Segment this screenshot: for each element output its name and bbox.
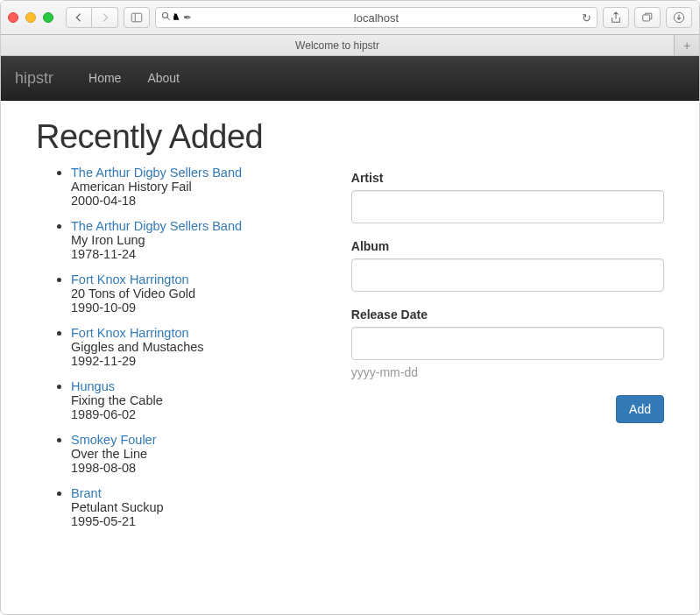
album-name: Fixing the Cable [71, 393, 325, 407]
reader-mode-icon[interactable] [161, 11, 181, 25]
browser-tab[interactable]: Welcome to hipstr [1, 35, 675, 55]
svg-rect-0 [131, 13, 141, 22]
tab-bar: Welcome to hipstr + [1, 34, 699, 55]
page-viewport: hipstr Home About Recently Added The Art… [1, 56, 699, 615]
list-item: Fort Knox HarringtonGiggles and Mustache… [71, 325, 325, 368]
album-date: 1990-10-09 [71, 300, 325, 315]
chevron-right-icon [99, 11, 111, 24]
artist-link[interactable]: Smokey Fouler [71, 433, 325, 447]
album-input[interactable] [351, 258, 664, 292]
download-icon [673, 11, 685, 24]
list-item: Fort Knox Harrington20 Tons of Video Gol… [71, 272, 325, 315]
fullscreen-window-button[interactable] [43, 12, 53, 23]
list-item: HungusFixing the Cable1989-06-02 [71, 378, 325, 421]
artist-link[interactable]: The Arthur Digby Sellers Band [71, 166, 325, 180]
artist-label: Artist [351, 171, 664, 185]
browser-toolbar: ✒︎ localhost ↻ [1, 1, 699, 34]
list-item: The Arthur Digby Sellers BandAmerican Hi… [71, 165, 325, 208]
album-date: 1992-11-29 [71, 354, 325, 368]
album-name: Giggles and Mustaches [71, 340, 325, 354]
artist-link[interactable]: Fort Knox Harrington [71, 272, 325, 286]
downloads-button[interactable] [666, 7, 692, 28]
share-button[interactable] [603, 7, 629, 28]
album-name: American History Fail [71, 180, 325, 194]
share-icon [610, 11, 622, 24]
svg-point-2 [163, 12, 168, 18]
reload-button[interactable]: ↻ [582, 11, 591, 25]
sidebar-toggle-button[interactable] [124, 7, 150, 28]
main-container: Recently Added The Arthur Digby Sellers … [1, 101, 699, 556]
album-date: 1998-08-08 [71, 461, 325, 475]
add-button[interactable]: Add [616, 395, 664, 423]
album-date: 1989-06-02 [71, 407, 325, 421]
artist-link[interactable]: Brant [71, 486, 325, 500]
page-title: Recently Added [36, 118, 325, 156]
url-text: localhost [354, 11, 399, 25]
svg-line-3 [167, 17, 170, 19]
nav-link-about[interactable]: About [134, 71, 193, 85]
release-date-input[interactable] [351, 327, 664, 360]
list-item: Smokey FoulerOver the Line1998-08-08 [71, 432, 325, 475]
release-date-label: Release Date [351, 308, 664, 322]
svg-rect-5 [643, 15, 650, 21]
sidebar-icon [131, 11, 143, 24]
album-name: Over the Line [71, 447, 325, 461]
privacy-icon: ✒︎ [183, 11, 192, 24]
nav-link-home[interactable]: Home [75, 71, 134, 85]
forward-button[interactable] [92, 7, 118, 28]
album-date: 2000-04-18 [71, 194, 325, 208]
album-name: Petulant Suckup [71, 500, 325, 514]
add-album-form: Artist Album Release Date yyyy-mm-dd Add [351, 118, 664, 539]
recent-albums-section: Recently Added The Arthur Digby Sellers … [36, 118, 325, 539]
release-date-help: yyyy-mm-dd [351, 365, 664, 379]
album-name: 20 Tons of Video Gold [71, 286, 325, 300]
album-date: 1995-05-21 [71, 514, 325, 528]
list-item: The Arthur Digby Sellers BandMy Iron Lun… [71, 218, 325, 261]
new-tab-button[interactable]: + [675, 35, 699, 55]
back-button[interactable] [66, 7, 92, 28]
artist-link[interactable]: The Arthur Digby Sellers Band [71, 219, 325, 233]
browser-chrome: ✒︎ localhost ↻ Welcome to hipstr + [1, 1, 699, 56]
tabs-icon [641, 11, 654, 24]
album-label: Album [351, 239, 664, 253]
album-name: My Iron Lung [71, 233, 325, 247]
window-controls [8, 12, 53, 23]
navbar: hipstr Home About [1, 56, 699, 101]
address-bar[interactable]: ✒︎ localhost ↻ [155, 7, 597, 28]
tabs-button[interactable] [634, 7, 661, 28]
tab-title: Welcome to hipstr [295, 39, 379, 52]
artist-input[interactable] [351, 190, 664, 223]
artist-link[interactable]: Hungus [71, 379, 325, 393]
artist-link[interactable]: Fort Knox Harrington [71, 326, 325, 340]
chevron-left-icon [73, 11, 85, 24]
close-window-button[interactable] [8, 12, 18, 23]
album-date: 1978-11-24 [71, 247, 325, 261]
minimize-window-button[interactable] [25, 12, 36, 23]
album-list: The Arthur Digby Sellers BandAmerican Hi… [36, 165, 325, 528]
list-item: BrantPetulant Suckup1995-05-21 [71, 485, 325, 528]
brand[interactable]: hipstr [15, 69, 67, 88]
